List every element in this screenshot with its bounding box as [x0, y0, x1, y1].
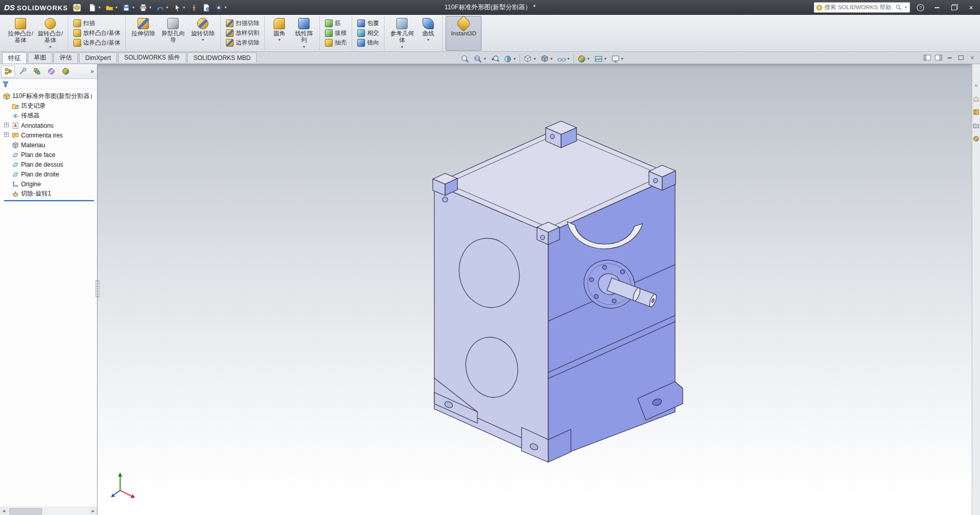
- tree-item-materiau[interactable]: Materiau: [1, 140, 96, 150]
- display-manager-tab[interactable]: [59, 66, 72, 77]
- draft-button[interactable]: 拔模: [323, 29, 349, 37]
- panel-horizontal-scrollbar[interactable]: ◄ ►: [0, 507, 97, 515]
- solidworks-resources-icon[interactable]: [973, 95, 980, 102]
- save-dropdown-arrow[interactable]: ▼: [131, 6, 135, 9]
- instant3d-button[interactable]: Instant3D: [446, 16, 482, 51]
- configuration-manager-tab[interactable]: [30, 66, 44, 77]
- scroll-right-arrow[interactable]: ►: [89, 508, 97, 515]
- pane-left-icon[interactable]: [923, 53, 932, 62]
- boss-extrude-button[interactable]: 拉伸凸台/基体: [6, 16, 35, 51]
- lofted-cut-button[interactable]: 放样切割: [224, 29, 261, 37]
- graphics-area[interactable]: [98, 64, 972, 515]
- feature-manager-tab[interactable]: [1, 66, 15, 77]
- undo-button[interactable]: ▼: [154, 3, 171, 13]
- tab-features[interactable]: 特征: [2, 52, 27, 64]
- select-button[interactable]: ▼: [171, 3, 188, 13]
- design-library-icon[interactable]: [973, 108, 980, 115]
- zoom-fit-button[interactable]: [460, 54, 470, 64]
- search-dropdown-arrow[interactable]: ▼: [904, 6, 908, 9]
- apply-scene-button[interactable]: ▼: [593, 54, 608, 64]
- search-scope-icon[interactable]: [816, 5, 822, 11]
- task-pane-collapse-icon[interactable]: «: [973, 82, 980, 89]
- tree-item-history[interactable]: 历史记录: [1, 101, 96, 111]
- wrap-button[interactable]: 包覆: [355, 19, 381, 28]
- file-explorer-icon[interactable]: [973, 122, 980, 129]
- scroll-left-arrow[interactable]: ◄: [0, 508, 8, 515]
- boundary-boss-button[interactable]: 边界凸台/基体: [71, 38, 122, 47]
- search-icon[interactable]: [895, 4, 902, 11]
- tree-item-origine[interactable]: Origine: [1, 179, 96, 189]
- mirror-button[interactable]: 镜向: [355, 38, 381, 47]
- appearances-scenes-icon[interactable]: [973, 135, 980, 142]
- restore-button[interactable]: [947, 2, 961, 13]
- tab-dimxpert[interactable]: DimXpert: [79, 52, 117, 63]
- save-button[interactable]: ▼: [120, 3, 137, 13]
- open-dropdown-arrow[interactable]: ▼: [114, 6, 118, 9]
- model-front-face[interactable]: [434, 184, 548, 460]
- panel-overflow-chevron[interactable]: »: [88, 68, 96, 75]
- scrollbar-thumb[interactable]: [9, 508, 42, 514]
- tab-solidworks-mbd[interactable]: SOLIDWORKS MBD: [187, 52, 257, 63]
- view-orientation-button[interactable]: ▼: [523, 54, 537, 64]
- swept-boss-button[interactable]: 扫描: [71, 19, 122, 28]
- tree-item-commentaires[interactable]: + Commenta ires: [1, 130, 96, 140]
- print-dropdown-arrow[interactable]: ▼: [148, 6, 152, 9]
- open-button[interactable]: ▼: [103, 3, 120, 13]
- tree-item-plan-de-face[interactable]: Plan de face: [1, 150, 96, 160]
- expand-commentaires[interactable]: +: [4, 132, 9, 137]
- new-dropdown-arrow[interactable]: ▼: [98, 6, 101, 9]
- doc-restore-icon[interactable]: [956, 53, 966, 62]
- tab-sketch[interactable]: 草图: [28, 52, 52, 63]
- boss-revolve-button[interactable]: 旋转凸台/基体 ▼: [36, 16, 65, 51]
- tree-item-plan-de-droite[interactable]: Plan de droite: [1, 169, 96, 179]
- undo-dropdown-arrow[interactable]: ▼: [165, 6, 169, 9]
- curves-button[interactable]: 曲线 ▼: [417, 16, 439, 51]
- filter-funnel-icon[interactable]: [2, 81, 9, 88]
- tree-item-annotations[interactable]: + Annotations: [1, 121, 96, 130]
- boundary-cut-button[interactable]: 边界切除: [224, 38, 261, 47]
- help-button[interactable]: ?: [913, 2, 927, 13]
- file-properties-button[interactable]: [200, 3, 213, 13]
- options-button[interactable]: ▼: [213, 3, 229, 13]
- swept-cut-button[interactable]: 扫描切除: [224, 19, 261, 28]
- display-style-button[interactable]: ▼: [540, 54, 554, 64]
- tree-item-cut-revolve1[interactable]: 切除-旋转1: [1, 189, 96, 199]
- tree-item-sensors[interactable]: 传感器: [1, 111, 96, 121]
- property-manager-tab[interactable]: [15, 66, 29, 77]
- view-settings-button[interactable]: ▼: [610, 54, 625, 64]
- rebuild-button[interactable]: [188, 3, 200, 13]
- rib-button[interactable]: 筋: [323, 19, 349, 28]
- zoom-area-button[interactable]: ▼: [473, 54, 487, 64]
- print-button[interactable]: ▼: [137, 3, 154, 13]
- pane-right-icon[interactable]: [934, 53, 943, 62]
- search-input[interactable]: 搜索 SOLIDWORKS 帮助 ▼: [814, 2, 910, 13]
- extruded-cut-button[interactable]: 拉伸切除: [129, 16, 158, 51]
- doc-minimize-icon[interactable]: [945, 53, 954, 62]
- lofted-boss-button[interactable]: 放样凸台/基体: [71, 29, 122, 37]
- reference-geometry-button[interactable]: 参考几何体 ▼: [388, 16, 416, 51]
- intersect-button[interactable]: 相交: [355, 29, 381, 37]
- hole-wizard-button[interactable]: 异型孔向导: [159, 16, 187, 51]
- revolved-cut-button[interactable]: 旋转切除 ▼: [188, 16, 217, 51]
- minimize-button[interactable]: [930, 2, 944, 13]
- options-dropdown-arrow[interactable]: ▼: [224, 6, 227, 9]
- section-view-button[interactable]: ▼: [503, 54, 517, 64]
- dimxpert-manager-tab[interactable]: [44, 66, 58, 77]
- tree-item-plan-de-dessus[interactable]: Plan de dessus: [1, 160, 96, 169]
- close-button[interactable]: ×: [964, 2, 978, 13]
- fillet-button[interactable]: 圆角 ▼: [268, 16, 291, 51]
- select-dropdown-arrow[interactable]: ▼: [182, 6, 186, 9]
- shell-button[interactable]: 抽壳: [323, 38, 349, 47]
- tab-evaluate[interactable]: 评估: [53, 52, 78, 63]
- edit-appearance-button[interactable]: ▼: [577, 54, 591, 64]
- tab-solidworks-addins[interactable]: SOLIDWORKS 插件: [118, 52, 186, 63]
- hide-show-items-button[interactable]: ▼: [556, 54, 571, 64]
- model-3d[interactable]: [98, 64, 972, 515]
- doc-close-icon[interactable]: ×: [968, 53, 977, 62]
- linear-pattern-button[interactable]: 线性阵列 ▼: [292, 16, 316, 51]
- new-button[interactable]: ▼: [86, 3, 103, 13]
- tree-root-item[interactable]: 110F标准外形图(新型分割器）: [1, 91, 96, 101]
- panel-splitter-handle[interactable]: [95, 280, 100, 298]
- rollback-bar[interactable]: [4, 200, 94, 201]
- expand-annotations[interactable]: +: [4, 123, 9, 127]
